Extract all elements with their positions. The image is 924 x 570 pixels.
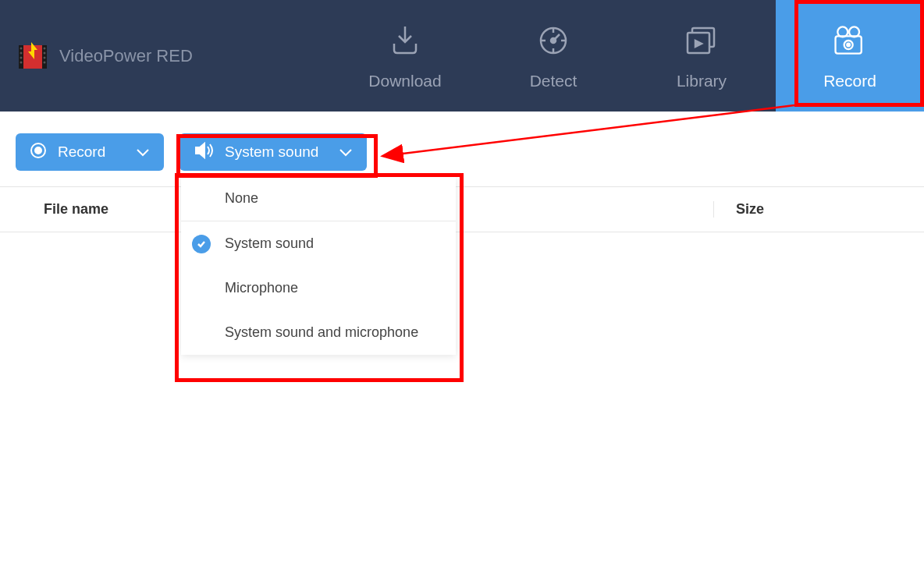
- nav-tab-download-label: Download: [368, 72, 441, 90]
- chevron-down-icon: [136, 143, 150, 161]
- nav-tab-library[interactable]: Library: [627, 0, 776, 112]
- svg-point-26: [35, 147, 41, 154]
- nav-tab-library-label: Library: [677, 72, 727, 90]
- svg-point-4: [20, 51, 23, 54]
- nav-tab-detect[interactable]: Detect: [479, 0, 627, 112]
- download-icon: [386, 22, 424, 59]
- sound-button-label: System sound: [225, 143, 318, 161]
- svg-point-10: [44, 61, 46, 63]
- sound-dropdown-menu: None System sound Microphone System soun…: [181, 176, 456, 355]
- record-button[interactable]: Record: [16, 133, 164, 171]
- record-icon: [831, 22, 869, 59]
- col-header-size: Size: [713, 201, 924, 218]
- dropdown-item-label: System sound: [225, 235, 314, 252]
- app-header: VideoPower RED Download: [0, 0, 924, 112]
- dropdown-item-microphone[interactable]: Microphone: [181, 266, 456, 310]
- svg-point-3: [20, 47, 23, 49]
- dropdown-item-system-sound[interactable]: System sound: [181, 221, 456, 266]
- check-icon: [192, 235, 211, 253]
- nav-tab-record[interactable]: Record: [776, 0, 924, 112]
- logo-section: VideoPower RED: [0, 39, 193, 73]
- dropdown-item-system-and-mic[interactable]: System sound and microphone: [181, 310, 456, 355]
- nav-tab-download[interactable]: Download: [331, 0, 479, 112]
- dropdown-item-label: None: [225, 190, 258, 207]
- svg-point-7: [44, 47, 46, 49]
- speaker-icon: [194, 141, 214, 164]
- table-header: File name Size: [0, 186, 924, 232]
- svg-point-8: [44, 51, 46, 54]
- app-title: VideoPower RED: [59, 46, 193, 66]
- nav-tab-record-label: Record: [823, 72, 876, 90]
- svg-point-6: [20, 61, 23, 63]
- chevron-down-icon: [339, 143, 353, 161]
- toolbar: Record System sound: [0, 112, 924, 186]
- detect-icon: [535, 22, 572, 59]
- dropdown-item-label: System sound and microphone: [225, 324, 418, 341]
- svg-point-5: [20, 56, 23, 58]
- record-circle-icon: [30, 142, 47, 163]
- svg-point-9: [44, 56, 46, 58]
- nav-tabs: Download Detect: [331, 0, 924, 112]
- app-logo-icon: [16, 39, 50, 73]
- nav-tab-detect-label: Detect: [530, 72, 578, 90]
- svg-point-24: [847, 43, 850, 46]
- record-button-label: Record: [58, 143, 105, 161]
- dropdown-item-none[interactable]: None: [181, 176, 456, 221]
- library-icon: [683, 22, 720, 59]
- dropdown-item-label: Microphone: [225, 280, 298, 296]
- sound-source-button[interactable]: System sound: [179, 133, 367, 171]
